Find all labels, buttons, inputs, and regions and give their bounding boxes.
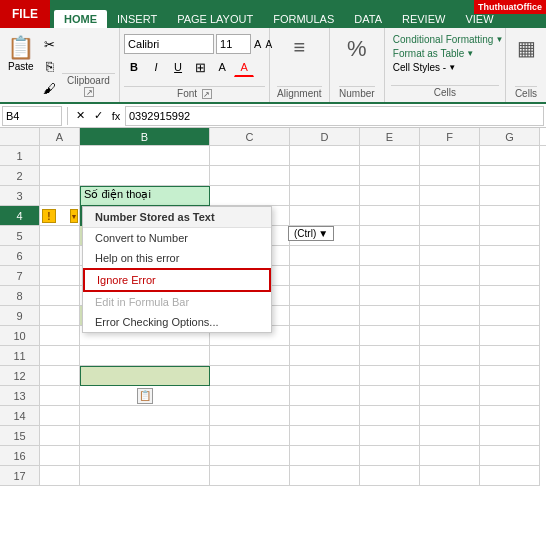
cell-b12[interactable] xyxy=(80,366,210,386)
cell-d6[interactable] xyxy=(290,246,360,266)
cell-a12[interactable] xyxy=(40,366,80,386)
cell-a14[interactable] xyxy=(40,406,80,426)
cell-d10[interactable] xyxy=(290,326,360,346)
cell-e5[interactable] xyxy=(360,226,420,246)
cell-g5[interactable] xyxy=(480,226,540,246)
dropdown-item-edit[interactable]: Edit in Formula Bar xyxy=(83,292,271,312)
cell-d7[interactable] xyxy=(290,266,360,286)
cell-d14[interactable] xyxy=(290,406,360,426)
cell-d11[interactable] xyxy=(290,346,360,366)
dropdown-item-help[interactable]: Help on this error xyxy=(83,248,271,268)
cell-d2[interactable] xyxy=(290,166,360,186)
font-size-input[interactable] xyxy=(216,34,251,54)
cell-e4[interactable] xyxy=(360,206,420,226)
cell-a5[interactable] xyxy=(40,226,80,246)
bold-button[interactable]: B xyxy=(124,57,144,77)
cancel-button[interactable]: ✕ xyxy=(71,107,89,125)
font-color-button[interactable]: A xyxy=(234,57,254,77)
row-header-1[interactable]: 1 xyxy=(0,146,40,166)
cell-c15[interactable] xyxy=(210,426,290,446)
cell-e8[interactable] xyxy=(360,286,420,306)
dropdown-item-options[interactable]: Error Checking Options... xyxy=(83,312,271,332)
row-header-10[interactable]: 10 xyxy=(0,326,40,346)
font-size-increase-button[interactable]: A xyxy=(253,37,262,51)
cell-f9[interactable] xyxy=(420,306,480,326)
cell-f17[interactable] xyxy=(420,466,480,486)
cell-e6[interactable] xyxy=(360,246,420,266)
row-header-12[interactable]: 12 xyxy=(0,366,40,386)
border-button[interactable]: ⊞ xyxy=(190,57,210,77)
cell-b11[interactable] xyxy=(80,346,210,366)
ctrl-badge[interactable]: (Ctrl) ▼ xyxy=(288,226,334,241)
cell-d17[interactable] xyxy=(290,466,360,486)
row-header-13[interactable]: 13 xyxy=(0,386,40,406)
cell-d9[interactable] xyxy=(290,306,360,326)
cell-e14[interactable] xyxy=(360,406,420,426)
cell-a2[interactable] xyxy=(40,166,80,186)
cell-f6[interactable] xyxy=(420,246,480,266)
tab-home[interactable]: HOME xyxy=(54,10,107,28)
cell-c1[interactable] xyxy=(210,146,290,166)
col-header-a[interactable]: A xyxy=(40,128,80,145)
cell-g8[interactable] xyxy=(480,286,540,306)
cell-a16[interactable] xyxy=(40,446,80,466)
cut-button[interactable]: ✂ xyxy=(40,34,60,54)
cell-c17[interactable] xyxy=(210,466,290,486)
underline-button[interactable]: U xyxy=(168,57,188,77)
cell-b16[interactable] xyxy=(80,446,210,466)
cell-g1[interactable] xyxy=(480,146,540,166)
row-header-5[interactable]: 5 xyxy=(0,226,40,246)
cell-g2[interactable] xyxy=(480,166,540,186)
row-header-2[interactable]: 2 xyxy=(0,166,40,186)
cell-f8[interactable] xyxy=(420,286,480,306)
cell-b3[interactable]: Số điện thoại xyxy=(80,186,210,206)
cell-e2[interactable] xyxy=(360,166,420,186)
cell-f11[interactable] xyxy=(420,346,480,366)
cell-g7[interactable] xyxy=(480,266,540,286)
cell-f4[interactable] xyxy=(420,206,480,226)
cell-g16[interactable] xyxy=(480,446,540,466)
format-as-table-button[interactable]: Format as Table ▼ xyxy=(391,47,499,60)
tab-insert[interactable]: INSERT xyxy=(107,10,167,28)
row-header-7[interactable]: 7 xyxy=(0,266,40,286)
row-header-9[interactable]: 9 xyxy=(0,306,40,326)
row-header-3[interactable]: 3 xyxy=(0,186,40,206)
col-header-d[interactable]: D xyxy=(290,128,360,145)
cell-a13[interactable] xyxy=(40,386,80,406)
tab-data[interactable]: DATA xyxy=(344,10,392,28)
cell-g12[interactable] xyxy=(480,366,540,386)
cell-a9[interactable] xyxy=(40,306,80,326)
col-header-g[interactable]: G xyxy=(480,128,540,145)
italic-button[interactable]: I xyxy=(146,57,166,77)
cell-a8[interactable] xyxy=(40,286,80,306)
cell-a1[interactable] xyxy=(40,146,80,166)
row-header-17[interactable]: 17 xyxy=(0,466,40,486)
cell-f10[interactable] xyxy=(420,326,480,346)
tab-formulas[interactable]: FORMULAS xyxy=(263,10,344,28)
cell-f16[interactable] xyxy=(420,446,480,466)
cell-c3[interactable] xyxy=(210,186,290,206)
dropdown-item-convert[interactable]: Convert to Number xyxy=(83,228,271,248)
conditional-formatting-button[interactable]: Conditional Formatting ▼ xyxy=(391,33,499,46)
cell-d1[interactable] xyxy=(290,146,360,166)
font-name-input[interactable] xyxy=(124,34,214,54)
cell-c11[interactable] xyxy=(210,346,290,366)
cell-f5[interactable] xyxy=(420,226,480,246)
row-header-11[interactable]: 11 xyxy=(0,346,40,366)
format-painter-button[interactable]: 🖌 xyxy=(40,78,60,98)
cell-b17[interactable] xyxy=(80,466,210,486)
cell-f3[interactable] xyxy=(420,186,480,206)
cell-a3[interactable] xyxy=(40,186,80,206)
row-header-8[interactable]: 8 xyxy=(0,286,40,306)
clipboard-dialog-icon[interactable]: ↗ xyxy=(84,87,94,97)
confirm-button[interactable]: ✓ xyxy=(89,107,107,125)
cell-c13[interactable] xyxy=(210,386,290,406)
row-header-6[interactable]: 6 xyxy=(0,246,40,266)
row-header-14[interactable]: 14 xyxy=(0,406,40,426)
copy-button[interactable]: ⎘ xyxy=(40,56,60,76)
function-button[interactable]: fx xyxy=(107,107,125,125)
font-dialog-icon[interactable]: ↗ xyxy=(202,89,212,99)
cell-b14[interactable] xyxy=(80,406,210,426)
error-indicator[interactable]: ! xyxy=(42,209,56,223)
row-header-15[interactable]: 15 xyxy=(0,426,40,446)
